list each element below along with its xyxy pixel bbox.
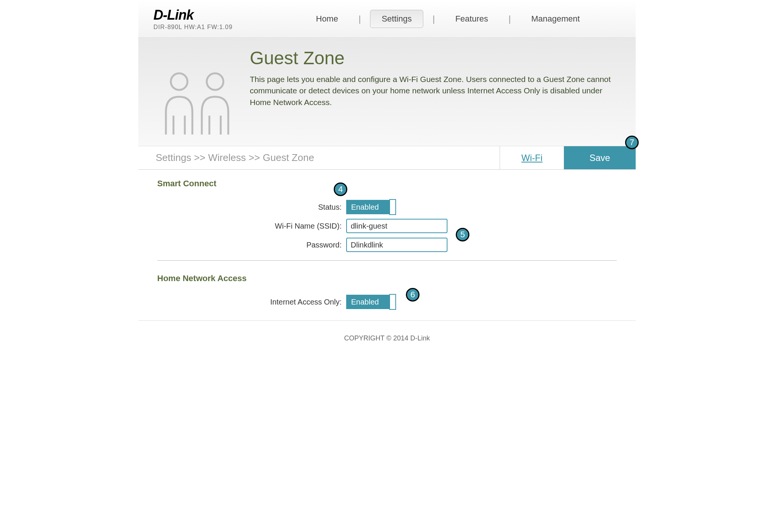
smart-connect-title: Smart Connect <box>157 179 617 189</box>
status-toggle-label: Enabled <box>347 203 379 212</box>
toggle-handle-icon <box>389 199 396 215</box>
internet-access-only-label: Internet Access Only: <box>157 298 346 306</box>
internet-access-only-toggle-label: Enabled <box>347 298 379 306</box>
breadcrumb: Settings >> Wireless >> Guest Zone <box>138 146 500 169</box>
status-label: Status: <box>157 203 346 212</box>
nav-separator: | <box>432 14 435 24</box>
guest-users-icon <box>138 48 250 135</box>
section-smart-connect: Smart Connect Status: Enabled 4 Wi-Fi Na… <box>138 170 636 252</box>
nav-separator: | <box>359 14 361 24</box>
ssid-input[interactable] <box>346 219 447 233</box>
password-input[interactable] <box>346 238 447 252</box>
nav-home[interactable]: Home <box>305 10 350 28</box>
section-home-network-access: Home Network Access Internet Access Only… <box>138 264 636 309</box>
section-divider <box>157 260 617 261</box>
page-description: This page lets you enable and configure … <box>250 74 621 108</box>
nav-tabs: Home | Settings | Features | Management <box>305 10 591 28</box>
brand-logo: D-Link <box>153 7 252 23</box>
svg-point-3 <box>207 73 223 90</box>
toggle-handle-icon <box>389 294 396 310</box>
hero: Guest Zone This page lets you enable and… <box>138 38 636 146</box>
callout-5: 5 <box>456 228 469 241</box>
model-info: DIR-890L HW:A1 FW:1.09 <box>153 24 252 31</box>
status-toggle[interactable]: Enabled <box>346 200 396 214</box>
breadcrumb-row: Settings >> Wireless >> Guest Zone Wi-Fi… <box>138 146 636 170</box>
nav-features[interactable]: Features <box>444 10 500 28</box>
ssid-label: Wi-Fi Name (SSID): <box>157 222 346 230</box>
callout-4: 4 <box>334 182 347 196</box>
page-title: Guest Zone <box>250 48 621 68</box>
nav-separator: | <box>508 14 511 24</box>
password-label: Password: <box>157 241 346 249</box>
callout-7: 7 <box>625 136 639 149</box>
top-navbar: D-Link DIR-890L HW:A1 FW:1.09 Home | Set… <box>138 0 636 38</box>
save-button[interactable]: Save <box>564 146 636 169</box>
footer-copyright: COPYRIGHT © 2014 D-Link <box>138 320 636 361</box>
wifi-button[interactable]: Wi-Fi <box>500 146 564 169</box>
nav-settings[interactable]: Settings <box>370 10 424 28</box>
home-network-access-title: Home Network Access <box>157 274 617 283</box>
logo-area: D-Link DIR-890L HW:A1 FW:1.09 <box>138 7 252 31</box>
nav-management[interactable]: Management <box>520 10 591 28</box>
svg-point-0 <box>171 73 187 90</box>
internet-access-only-toggle[interactable]: Enabled <box>346 295 396 309</box>
callout-6: 6 <box>406 288 420 302</box>
